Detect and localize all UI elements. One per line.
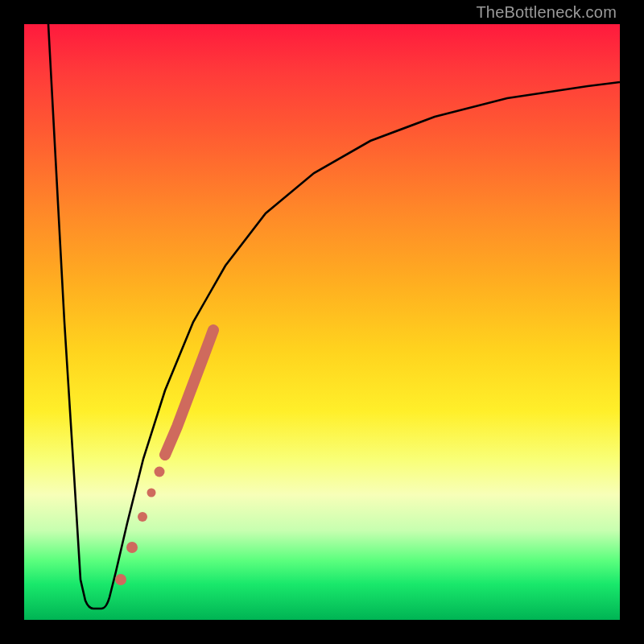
chart-frame: TheBottleneck.com [0,0,644,644]
curve-layer [24,24,620,620]
marker-dot [138,512,147,522]
plot-wrapper [24,24,620,620]
marker-dot [147,489,156,497]
watermark-text: TheBottleneck.com [476,3,617,22]
marker-dot [115,574,126,585]
marker-dot [155,467,165,477]
bottleneck-curve [48,24,620,609]
marker-segment [165,330,213,455]
marker-dot [126,542,138,553]
